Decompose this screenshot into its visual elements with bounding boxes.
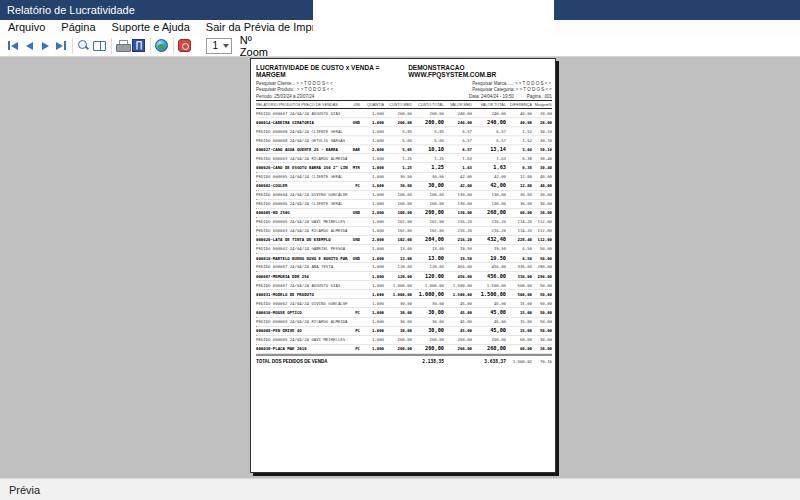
order-detail-row: PEDIDO 000005 24/04/24 DAVI MEIRELLES QU…	[256, 336, 552, 345]
order-detail-row: PEDIDO 000002 24/04/24 DIVINO GONCALVES1…	[256, 299, 552, 308]
total-diferenca: 1.500,02	[506, 359, 532, 364]
total-custo: 2.138,35	[412, 358, 444, 363]
product-total-row: 000030-PLACA MÃE 2010PC1,000200,00200,00…	[256, 344, 552, 353]
report-filters-left: Pesquisar Cliente..: > > T O D O S < < P…	[256, 81, 333, 93]
zoom-label: Nº Zoom	[240, 34, 274, 58]
order-detail-row: PEDIDO 000005 24/04/24 CLIENTE GERAL1,00…	[256, 172, 552, 181]
last-page-button[interactable]	[53, 37, 69, 55]
column-header: QUANTIA	[360, 103, 384, 108]
preview-workspace: LUCRATIVIDADE DE CUSTO x VENDA = MARGEM …	[0, 58, 800, 478]
close-preview-icon	[178, 39, 191, 52]
toolbar-separator	[72, 38, 73, 54]
product-total-row: 000002-COOLERPC1,00030,0030,0042,0042,00…	[256, 181, 552, 190]
window-title: Relatório de Lucratividade	[7, 4, 135, 16]
next-page-icon	[42, 42, 49, 50]
toolbar-separator	[173, 38, 174, 54]
report-page-number: Página.: 001	[527, 94, 552, 99]
product-total-row: 000018-MARTELO BUENO NOVO E BONITO PARA …	[256, 254, 552, 263]
report-page: LUCRATIVIDADE DE CUSTO x VENDA = MARGEM …	[250, 58, 556, 473]
export-icon: ∏	[132, 39, 145, 52]
zoom-level-dropdown[interactable]: 1	[206, 38, 231, 54]
order-detail-row: PEDIDO 000007 24/04/24 AUGUSTO DIAS1,000…	[256, 281, 552, 290]
total-label: TOTAL DOS PEDIDOS DE VENDA	[256, 358, 412, 363]
total-margem: 70,16	[532, 359, 552, 364]
product-total-row: 000007-MEMORIA DDR 2561,000120,00120,004…	[256, 272, 552, 281]
order-detail-row: PEDIDO 000003 24/04/24 RICARDO ALMEIDA1,…	[256, 154, 552, 163]
order-detail-row: PEDIDO 000002 24/04/24 GABRIEL PESSOA1,0…	[256, 245, 552, 254]
order-detail-row: PEDIDO 000006 24/04/24 CLIENTE GERAL1,00…	[256, 199, 552, 208]
filter-cliente-label: Pesquisar Cliente..:	[256, 81, 295, 86]
page-number-label: Nº da Página: Número Página: 1	[313, 0, 554, 46]
chevron-down-icon	[223, 44, 229, 48]
next-page-button[interactable]	[37, 37, 53, 55]
filter-cliente-value: > > T O D O S < <	[296, 81, 332, 86]
filter-categoria-value: > > T O D O S < <	[516, 86, 552, 91]
product-total-row: 000005-HD 250GUND2,000100,00200,00130,00…	[256, 208, 552, 217]
table-total-row: TOTAL DOS PEDIDOS DE VENDA 2.138,35 3.63…	[256, 354, 552, 366]
toolbar-separator	[150, 38, 151, 54]
report-company: DEMONSTRACAO WWW.FPQSYSTEM.COM.BR	[408, 64, 552, 79]
last-page-icon	[56, 41, 66, 50]
print-button[interactable]	[115, 37, 131, 55]
filter-marca-label: Pesquisar Marca.....:	[472, 81, 513, 86]
table-body: PEDIDO 000007 24/04/24 AUGUSTO DIAS1,000…	[256, 109, 552, 354]
menu-suporte-e-ajuda[interactable]: Suporte e Ajuda	[104, 20, 198, 35]
internet-icon	[155, 39, 168, 52]
column-header: UNI	[348, 103, 360, 108]
status-bar: Prévia	[0, 478, 800, 500]
order-detail-row: PEDIDO 000008 24/04/24 GETULIO VARGAS1,0…	[256, 136, 552, 145]
product-total-row: 000020-LATA DE TINTA DE EXEMPLOUND2,0001…	[256, 235, 552, 244]
product-total-row: 000031-MODELO DE PRODUTO1,0001.000,001.0…	[256, 290, 552, 299]
table-header: RELATÓRIO PRODUTOS PREÇO DE VENDASUNIQUA…	[256, 101, 552, 109]
toolbar-separator	[111, 38, 112, 54]
status-text: Prévia	[9, 484, 40, 496]
order-detail-row: PEDIDO 000003 24/04/24 RICARDO ALMEIDA1,…	[256, 226, 552, 235]
order-detail-row: PEDIDO 000004 24/04/24 DIVINO GONCALVES1…	[256, 191, 552, 200]
filter-produto-value: > > T O D O S < <	[297, 86, 333, 91]
order-detail-row: PEDIDO 000007 24/04/24 AUGUSTO DIAS1,000…	[256, 109, 552, 118]
total-valor: 3.638,37	[472, 358, 506, 363]
previous-page-icon	[26, 42, 33, 50]
pages-icon	[93, 41, 106, 51]
zoom-level-value: 1	[212, 40, 218, 51]
order-detail-row: PEDIDO 000003 24/04/24 RICARDO ALMEIDA1,…	[256, 317, 552, 326]
column-header: VALOR TOTAL	[472, 103, 506, 108]
report-page-content: LUCRATIVIDADE DE CUSTO x VENDA = MARGEM …	[251, 59, 556, 473]
product-total-row: 000010-MOUSE OPTICOPC1,00030,0030,0045,0…	[256, 308, 552, 317]
product-total-row: 000027-CANO AGUA QUENTE 25 - BARRABAR2,0…	[256, 145, 552, 154]
export-button[interactable]: ∏	[131, 37, 147, 55]
first-page-icon	[8, 41, 18, 50]
filter-marca-value: > > T O D O S < <	[515, 81, 551, 86]
menu-arquivo[interactable]: Arquivo	[0, 20, 53, 35]
report-date: Data: 24/04/24 - 19:50	[469, 94, 514, 99]
zoom-button[interactable]	[76, 37, 92, 55]
close-preview-button[interactable]	[176, 37, 192, 55]
two-pages-button[interactable]	[92, 37, 108, 55]
product-total-row: 000014-CADEIRA GIRATORIAUND1,000200,0020…	[256, 118, 552, 127]
filter-produto-label: Pesquisar Produto.:	[256, 86, 296, 91]
report-title: LUCRATIVIDADE DE CUSTO x VENDA = MARGEM	[256, 64, 408, 79]
product-total-row: 000008-PEN DRIVE 4GPC1,00030,0030,0045,0…	[256, 326, 552, 335]
report-period: Período: 25/03/24 á 23/07/24	[256, 94, 314, 99]
print-icon	[116, 40, 129, 51]
order-detail-row: PEDIDO 000008 24/04/24 CLIENTE GERAL1,00…	[256, 127, 552, 136]
column-header: CUSTO TOTAL	[412, 103, 444, 108]
column-header: CUSTO MED	[384, 103, 412, 108]
column-header: RELATÓRIO PRODUTOS PREÇO DE VENDAS	[256, 103, 348, 108]
internet-button[interactable]	[154, 37, 170, 55]
product-total-row: 000026-CANO DE ESGOTO BARRA 150 2" LINHA…	[256, 163, 552, 172]
toolbar: ∏ 1 Nº Zoom Nº da Página: Número Página:…	[0, 35, 800, 57]
menu-pagina[interactable]: Página	[53, 20, 103, 35]
column-header: VALOR MED	[444, 103, 472, 108]
order-detail-row: PEDIDO 000007 24/04/24 ANA TESTA1,000120…	[256, 263, 552, 272]
column-header: DIFERENÇA	[506, 103, 532, 108]
previous-page-button[interactable]	[21, 37, 37, 55]
zoom-icon	[77, 39, 90, 52]
report-filters-right: Pesquisar Marca.....: > > T O D O S < < …	[472, 81, 552, 93]
first-page-button[interactable]	[5, 37, 21, 55]
filter-categoria-label: Pesquisar Categoria:	[472, 86, 514, 91]
column-header: Margem%	[532, 103, 552, 108]
order-detail-row: PEDIDO 000005 24/04/24 DAVI MEIRELLES QU…	[256, 218, 552, 227]
